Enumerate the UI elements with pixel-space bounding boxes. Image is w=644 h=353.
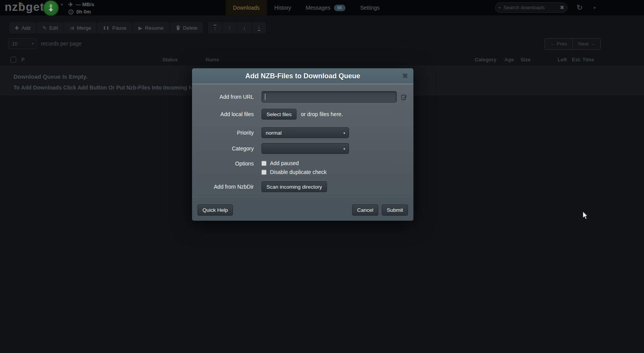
scan-incoming-directory-button[interactable]: Scan incoming directory xyxy=(261,181,327,192)
dialog-title: Add NZB-Files to Download Queue xyxy=(192,68,413,84)
nzbdir-row: Add from NzbDir Scan incoming directory xyxy=(199,181,406,192)
add-from-url-row: Add from URL xyxy=(199,91,406,103)
add-paused-checkbox[interactable] xyxy=(261,161,266,166)
disable-duplicate-check-checkbox[interactable] xyxy=(261,170,266,175)
drop-files-hint: or drop files here. xyxy=(301,111,343,117)
add-nzb-dialog: Add NZB-Files to Download Queue ✖ Add fr… xyxy=(192,68,414,221)
priority-row: Priority normal ▾ xyxy=(199,127,406,138)
category-label: Category xyxy=(199,145,254,152)
category-select[interactable]: ▾ xyxy=(261,143,349,154)
priority-label: Priority xyxy=(199,130,254,136)
chevron-down-icon: ▾ xyxy=(343,131,345,135)
nzbdir-label: Add from NzbDir xyxy=(199,184,254,190)
nzbget-app: nzbget ▾ ✈ — MB/s 0h 0 xyxy=(0,0,644,353)
disable-duplicate-check-label: Disable duplicate check xyxy=(270,169,327,175)
submit-button[interactable]: Submit xyxy=(382,204,408,216)
url-input-wrap xyxy=(261,91,397,103)
close-icon[interactable]: ✖ xyxy=(402,68,408,84)
add-local-files-row: Add local files Select files or drop fil… xyxy=(199,109,406,120)
url-input[interactable] xyxy=(265,94,393,100)
chevron-down-icon: ▾ xyxy=(343,147,345,151)
dialog-footer: Quick Help Cancel Submit xyxy=(192,199,413,221)
local-files-label: Add local files xyxy=(199,111,254,117)
quick-help-button[interactable]: Quick Help xyxy=(197,204,233,216)
select-files-button[interactable]: Select files xyxy=(261,109,297,120)
priority-select[interactable]: normal ▾ xyxy=(261,127,349,138)
add-paused-label: Add paused xyxy=(270,160,299,166)
cancel-button[interactable]: Cancel xyxy=(352,204,378,216)
dialog-header: Add NZB-Files to Download Queue ✖ xyxy=(192,68,413,84)
category-row: Category ▾ xyxy=(199,143,406,154)
dialog-body: Add from URL Add local files Select file… xyxy=(192,84,413,199)
options-row: Options Add paused Disable duplicate che… xyxy=(199,160,406,175)
options-label: Options xyxy=(199,160,254,167)
priority-value: normal xyxy=(266,130,282,136)
url-label: Add from URL xyxy=(199,94,254,100)
paste-url-icon[interactable] xyxy=(401,94,408,100)
